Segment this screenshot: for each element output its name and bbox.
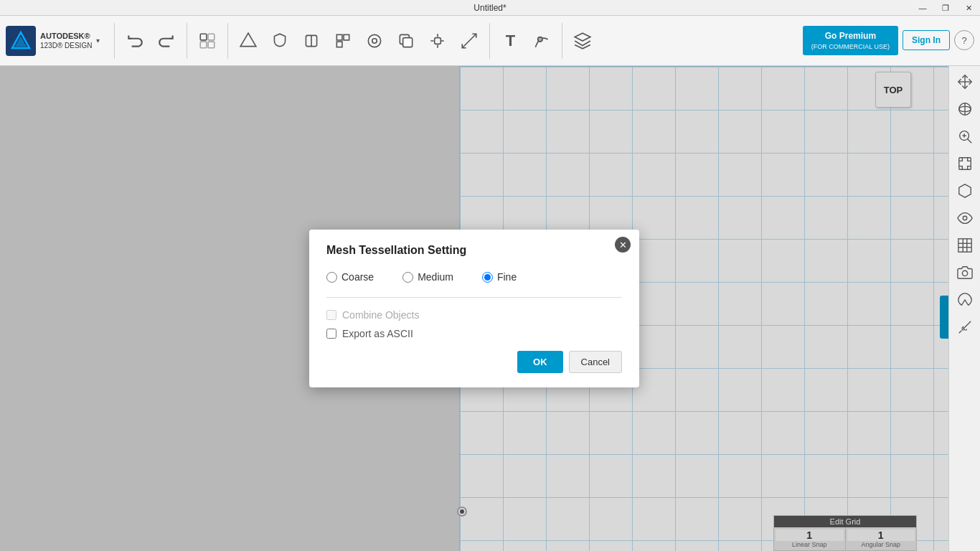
primitives-button[interactable] [234,23,263,59]
right-sidebar [948,66,980,551]
svg-rect-10 [337,42,343,47]
svg-rect-26 [958,158,971,170]
cancel-button[interactable]: Cancel [569,351,622,373]
group-button[interactable] [360,23,389,59]
transform-button[interactable] [329,23,357,59]
restore-button[interactable]: ❐ [934,0,957,16]
svg-rect-9 [344,34,349,40]
combine-objects-label: Combine Objects [342,309,419,321]
fine-radio[interactable] [482,272,493,283]
undo-button[interactable] [121,23,149,59]
separator-5 [562,23,562,59]
svg-rect-2 [201,34,207,40]
close-button[interactable]: ✕ [957,0,980,16]
fine-radio-label[interactable]: Fine [482,271,517,283]
combine-objects-item: Combine Objects [326,309,622,321]
text-button[interactable]: T [496,23,524,59]
modal-divider [326,297,622,298]
mesh-tessellation-modal: Mesh Tessellation Setting ✕ Coarse Mediu… [309,230,639,387]
svg-point-33 [962,270,967,276]
toolbar: AUTODESK® 123D® DESIGN ▾ [0,16,980,66]
view-mode-button[interactable] [952,205,978,231]
svg-rect-15 [435,37,441,44]
zoom-button[interactable] [952,123,978,149]
svg-rect-3 [208,34,215,40]
svg-line-23 [967,139,971,143]
signin-button[interactable]: Sign In [903,30,950,50]
fine-label: Fine [497,271,517,283]
layers-button[interactable] [568,23,597,59]
svg-rect-28 [958,239,971,252]
tessellation-radio-group: Coarse Medium Fine [326,271,622,283]
titlebar: Untitled* — ❐ ✕ [0,0,980,16]
orbit-button[interactable] [952,96,978,122]
coarse-label: Coarse [341,271,374,283]
modal-title: Mesh Tessellation Setting [326,244,622,257]
toolbar-right: Go Premium (FOR COMMERCIAL USE) Sign In … [803,26,974,55]
modal-close-button[interactable]: ✕ [615,237,631,253]
medium-label: Medium [418,271,453,283]
titlebar-controls: — ❐ ✕ [911,0,980,16]
svg-rect-8 [337,34,343,40]
canvas[interactable]: TOP Edit Grid Linear Snap Angular Snap M… [0,66,948,551]
help-button[interactable]: ? [954,30,974,50]
export-ascii-checkbox[interactable] [326,329,336,339]
minimize-button[interactable]: — [911,0,934,16]
svg-point-11 [369,34,381,47]
measure-tool-button[interactable] [952,314,978,340]
separator-2 [187,23,187,59]
coarse-radio-label[interactable]: Coarse [326,271,374,283]
view-3d-button[interactable] [952,178,978,204]
construct-button[interactable] [297,23,326,59]
boolean-button[interactable] [392,23,420,59]
main-area: TOP Edit Grid Linear Snap Angular Snap M… [0,66,980,551]
svg-rect-5 [208,42,215,48]
modal-overlay: Mesh Tessellation Setting ✕ Coarse Mediu… [0,66,948,551]
coarse-radio[interactable] [326,272,337,283]
fit-all-button[interactable] [952,151,978,176]
logo-area: AUTODESK® 123D® DESIGN ▾ [6,26,100,56]
measure-button[interactable] [455,23,484,59]
separator-4 [489,23,490,59]
window-title: Untitled* [473,3,506,13]
modal-footer: OK Cancel [326,351,622,373]
svg-point-16 [538,37,543,42]
separator-1 [114,23,115,59]
combine-objects-checkbox[interactable] [326,310,336,320]
curve-button[interactable] [527,23,556,59]
snap-button[interactable] [193,23,222,59]
ok-button[interactable]: OK [517,351,563,373]
svg-rect-14 [403,37,413,47]
redo-button[interactable] [152,23,181,59]
medium-radio-label[interactable]: Medium [402,271,453,283]
logo-text: AUTODESK® 123D® DESIGN [40,31,92,50]
svg-rect-4 [201,42,207,48]
medium-radio[interactable] [402,272,413,283]
select-by-material-button[interactable] [952,287,978,313]
premium-button[interactable]: Go Premium (FOR COMMERCIAL USE) [803,26,898,55]
screenshot-button[interactable] [952,260,978,286]
logo-dropdown[interactable]: ▾ [96,37,100,44]
sketch-button[interactable] [265,23,294,59]
svg-point-27 [963,216,967,220]
export-ascii-label: Export as ASCII [342,328,413,339]
repair-button[interactable] [423,23,452,59]
pan-button[interactable] [952,69,978,95]
svg-point-12 [372,38,377,43]
separator-3 [227,23,228,59]
export-ascii-item: Export as ASCII [326,328,622,339]
grid-toggle-button[interactable] [952,232,978,258]
logo-icon [6,26,36,56]
